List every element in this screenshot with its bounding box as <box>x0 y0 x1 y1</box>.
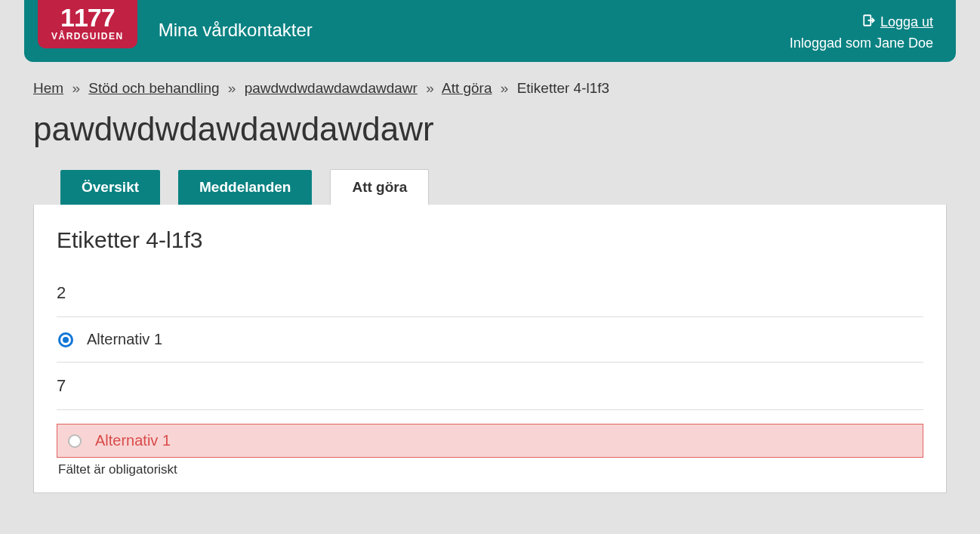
breadcrumb-link-hem[interactable]: Hem <box>33 80 63 96</box>
section-heading: Etiketter 4-l1f3 <box>57 227 923 253</box>
tab-oversikt[interactable]: Översikt <box>60 170 160 205</box>
logout-icon <box>862 14 876 31</box>
header-right: Logga ut Inloggad som Jane Doe <box>790 14 933 51</box>
tabs-row: Översikt Meddelanden Att göra <box>60 169 947 205</box>
breadcrumb-separator: » <box>228 80 236 96</box>
logo-number: 1177 <box>51 5 124 30</box>
radio-input-2[interactable] <box>68 434 82 448</box>
question-group-2: 7 <box>57 362 923 410</box>
radio-label-2: Alternativ 1 <box>95 432 171 449</box>
radio-label-1: Alternativ 1 <box>87 331 162 348</box>
breadcrumb-separator: » <box>426 80 434 96</box>
question-label-2: 7 <box>57 376 923 396</box>
user-name: Jane Doe <box>875 35 933 51</box>
breadcrumb-current: Etiketter 4-l1f3 <box>517 80 610 96</box>
question-group-1: 2 <box>57 270 923 317</box>
radio-row-1: Alternativ 1 <box>57 317 923 351</box>
tab-meddelanden[interactable]: Meddelanden <box>178 170 312 205</box>
page-title: pawdwdwdawdawdawdawr <box>33 110 947 148</box>
radio-input-1[interactable] <box>58 332 73 347</box>
logout-label: Logga ut <box>880 14 933 30</box>
logo-subtitle: VÅRDGUIDEN <box>51 32 124 41</box>
radio-checked-icon <box>63 337 69 343</box>
breadcrumb-separator: » <box>72 80 80 96</box>
site-title: Mina vårdkontakter <box>159 20 313 41</box>
breadcrumb: Hem » Stöd och behandling » pawdwdwdawda… <box>33 80 947 97</box>
question-label-1: 2 <box>57 283 923 303</box>
logged-in-prefix: Inloggad som <box>790 35 875 51</box>
breadcrumb-link-stod[interactable]: Stöd och behandling <box>88 80 219 96</box>
header-bar: 1177 VÅRDGUIDEN Mina vårdkontakter Logga… <box>24 0 956 62</box>
logo[interactable]: 1177 VÅRDGUIDEN <box>38 0 137 48</box>
error-radio-row: Alternativ 1 <box>57 424 923 458</box>
breadcrumb-link-attgora[interactable]: Att göra <box>442 80 492 96</box>
logout-link[interactable]: Logga ut <box>862 14 933 31</box>
content-panel: Etiketter 4-l1f3 2 Alternativ 1 7 Altern… <box>33 205 947 493</box>
error-message: Fältet är obligatoriskt <box>57 462 923 477</box>
breadcrumb-link-program[interactable]: pawdwdwdawdawdawdawr <box>245 80 418 96</box>
logged-in-text: Inloggad som Jane Doe <box>790 35 933 51</box>
tab-attgora[interactable]: Att göra <box>330 169 429 205</box>
breadcrumb-separator: » <box>501 80 509 96</box>
